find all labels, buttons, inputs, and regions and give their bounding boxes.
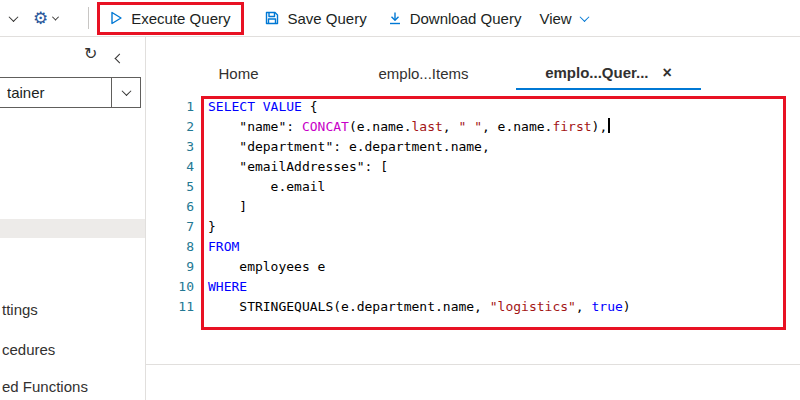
code-line: 11 STRINGEQUALS(e.department.name, "logi… — [146, 297, 800, 317]
view-menu-button[interactable]: View — [537, 6, 589, 31]
save-query-label: Save Query — [287, 10, 366, 27]
code-line: 7} — [146, 217, 800, 237]
chevron-down-icon[interactable] — [9, 12, 19, 22]
tree-selected-row[interactable] — [0, 219, 145, 238]
code-line: 10WHERE — [146, 277, 800, 297]
download-icon — [387, 10, 403, 26]
download-query-label: Download Query — [410, 10, 522, 27]
chevron-down-icon — [52, 13, 59, 20]
code-line: 9 employees e — [146, 257, 800, 277]
line-number: 1 — [146, 97, 204, 117]
chevron-down-icon — [579, 12, 589, 22]
code-text: SELECT VALUE { — [204, 97, 318, 117]
tab-label: emplo...Items — [378, 65, 468, 82]
code-line: 3 "department": e.department.name, — [146, 137, 800, 157]
code-line: 6 ] — [146, 197, 800, 217]
code-line: 1SELECT VALUE { — [146, 97, 800, 117]
download-query-button[interactable]: Download Query — [385, 6, 524, 31]
tab-emplo-quer-[interactable]: emplo...Quer...× — [516, 57, 701, 90]
editor-lines: 1SELECT VALUE {2 "name": CONCAT(e.name.l… — [146, 97, 800, 317]
tab-emplo-items[interactable]: emplo...Items — [331, 57, 516, 90]
tab-bar: Homeemplo...Itemsemplo...Quer...× — [146, 57, 800, 90]
line-number: 8 — [146, 237, 204, 257]
play-icon — [108, 10, 124, 26]
code-text: e.email — [204, 177, 325, 197]
combo-dropdown-button[interactable] — [112, 89, 140, 96]
code-text: "name": CONCAT(e.name.last, " ", e.name.… — [204, 117, 610, 137]
tab-label: Home — [218, 65, 258, 82]
chevron-down-icon — [121, 86, 131, 96]
text-caret — [608, 118, 610, 133]
line-number: 11 — [146, 297, 204, 317]
refresh-button[interactable]: ↻ — [82, 42, 99, 65]
execute-query-button[interactable]: Execute Query — [106, 6, 232, 31]
editor-bottom-divider — [146, 364, 800, 365]
tree-item[interactable]: cedures — [2, 341, 55, 358]
code-text: employees e — [204, 257, 325, 277]
code-line: 8FROM — [146, 237, 800, 257]
line-number: 4 — [146, 157, 204, 177]
tree-item[interactable]: ttings — [2, 301, 38, 318]
chevron-left-icon — [115, 54, 125, 64]
container-select-value: tainer — [7, 84, 111, 101]
settings-gear-button[interactable]: ⚙ — [31, 6, 60, 31]
toolbar-divider — [88, 7, 89, 29]
code-text: } — [204, 217, 216, 237]
refresh-icon: ↻ — [84, 44, 97, 63]
code-text: "department": e.department.name, — [204, 137, 490, 157]
code-line: 2 "name": CONCAT(e.name.last, " ", e.nam… — [146, 117, 800, 137]
code-text: "emailAddresses": [ — [204, 157, 388, 177]
save-icon — [264, 10, 280, 26]
tree-item[interactable]: ed Functions — [2, 378, 88, 395]
line-number: 7 — [146, 217, 204, 237]
container-select[interactable]: tainer — [0, 77, 141, 108]
code-text: WHERE — [204, 277, 247, 297]
gear-icon: ⚙ — [33, 10, 48, 27]
line-number: 6 — [146, 197, 204, 217]
save-query-button[interactable]: Save Query — [262, 6, 368, 31]
resource-tree-panel: ↻ tainer ttingsceduresed Functions — [0, 37, 146, 400]
execute-query-label: Execute Query — [131, 10, 230, 27]
annotation-box-execute: Execute Query — [97, 2, 244, 35]
tab-label: emplo...Quer... — [545, 64, 648, 81]
query-editor[interactable]: 1SELECT VALUE {2 "name": CONCAT(e.name.l… — [146, 95, 800, 364]
line-number: 10 — [146, 277, 204, 297]
code-text: ] — [204, 197, 247, 217]
code-text: FROM — [204, 237, 239, 257]
tab-close-icon[interactable]: × — [663, 65, 672, 81]
view-menu-label: View — [539, 10, 571, 27]
line-number: 9 — [146, 257, 204, 277]
line-number: 2 — [146, 117, 204, 137]
command-bar: ⚙ Execute Query Save Query — [0, 0, 800, 37]
code-line: 5 e.email — [146, 177, 800, 197]
data-explorer-app: ⚙ Execute Query Save Query — [0, 0, 800, 400]
tab-home[interactable]: Home — [146, 57, 331, 90]
code-text: STRINGEQUALS(e.department.name, "logisti… — [204, 297, 631, 317]
collapse-panel-button[interactable] — [112, 46, 127, 69]
line-number: 3 — [146, 137, 204, 157]
code-line: 4 "emailAddresses": [ — [146, 157, 800, 177]
line-number: 5 — [146, 177, 204, 197]
